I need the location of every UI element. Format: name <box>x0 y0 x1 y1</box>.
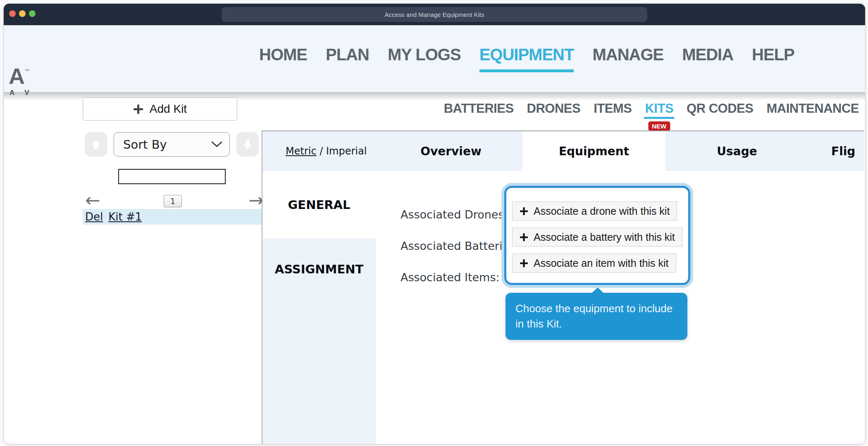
add-kit-button[interactable]: Add Kit <box>83 97 237 121</box>
assignment-label: ASSIGNMENT <box>275 262 364 276</box>
plus-icon <box>520 233 528 242</box>
units-toggle: Metric / Imperial <box>262 131 379 171</box>
kit-list-item[interactable]: Del Kit #1 <box>83 209 262 225</box>
brand-logo[interactable]: A™ A V <box>9 65 33 96</box>
app-header: A™ A V HOME PLAN MY LOGS EQUIPMENT MANAG… <box>4 25 865 92</box>
close-window-button[interactable] <box>9 10 16 17</box>
tab-flights-clipped[interactable]: Flig <box>808 131 864 171</box>
logo-subtext: A V <box>10 89 33 96</box>
nav-item-equipment[interactable]: EQUIPMENT <box>479 45 574 72</box>
plus-icon <box>133 104 143 114</box>
pagination-next-arrow[interactable]: → <box>248 192 264 209</box>
subnav-item-kits-label: KITS <box>645 101 673 116</box>
imperial-label: Imperial <box>326 145 367 157</box>
pagination-prev-arrow[interactable]: ← <box>85 192 100 209</box>
screenshot-root: Access and Manage Equipment Kits A™ A V … <box>0 0 868 446</box>
metric-link[interactable]: Metric <box>286 145 317 157</box>
sort-descending-button[interactable] <box>236 132 259 157</box>
kit-equipment-tooltip: Choose the equipment to include in this … <box>506 293 687 340</box>
nav-item-plan[interactable]: PLAN <box>326 45 369 72</box>
chevron-down-icon <box>211 141 222 148</box>
minimize-window-button[interactable] <box>19 10 26 17</box>
nav-item-my-logs[interactable]: MY LOGS <box>388 45 461 72</box>
associate-item-button[interactable]: Associate an item with this kit <box>512 254 676 273</box>
associate-drone-label: Associate a drone with this kit <box>534 205 670 217</box>
tab-equipment[interactable]: Equipment <box>522 131 665 171</box>
logo-letter: A <box>9 64 25 88</box>
tooltip-text: Choose the equipment to include in this … <box>515 302 672 330</box>
nav-item-manage[interactable]: MANAGE <box>592 45 663 72</box>
kit-tab-strip: Metric / Imperial Overview Equipment Usa… <box>262 130 864 171</box>
plus-icon <box>520 207 528 216</box>
equipment-subnav: BATTERIES DRONES ITEMS KITS NEW QR CODES… <box>444 101 859 116</box>
subnav-item-qr-codes[interactable]: QR CODES <box>687 101 753 116</box>
associate-drone-button[interactable]: Associate a drone with this kit <box>512 202 677 221</box>
sort-ascending-button[interactable] <box>85 132 107 157</box>
section-nav-assignment[interactable]: ASSIGNMENT <box>262 238 376 444</box>
subnav-item-drones[interactable]: DRONES <box>527 101 581 116</box>
zoom-window-button[interactable] <box>29 10 36 17</box>
subnav-item-items[interactable]: ITEMS <box>594 101 632 116</box>
tab-overview[interactable]: Overview <box>379 131 522 171</box>
nav-item-media[interactable]: MEDIA <box>682 45 733 72</box>
nav-item-help[interactable]: HELP <box>752 45 794 72</box>
nav-item-home[interactable]: HOME <box>259 45 307 72</box>
associate-battery-button[interactable]: Associate a battery with this kit <box>512 228 682 247</box>
units-separator: / <box>317 145 326 157</box>
kit-filter-input[interactable] <box>118 169 226 184</box>
active-tab-underline <box>644 117 674 119</box>
window-title: Access and Manage Equipment Kits <box>222 7 647 22</box>
tab-usage[interactable]: Usage <box>665 131 808 171</box>
kit-delete-link[interactable]: Del <box>85 211 103 223</box>
sort-by-value: Sort By <box>123 138 167 152</box>
associate-item-label: Associate an item with this kit <box>534 257 669 269</box>
pagination-page-button[interactable]: 1 <box>164 195 182 207</box>
kit-name-link[interactable]: Kit #1 <box>108 211 142 223</box>
section-nav-general[interactable]: GENERAL <box>262 171 376 238</box>
subnav-item-maintenance[interactable]: MAINTENANCE <box>766 101 859 116</box>
associated-drones-label: Associated Drones: <box>401 207 508 223</box>
add-kit-label: Add Kit <box>150 102 187 116</box>
subnav-item-batteries[interactable]: BATTERIES <box>444 101 514 116</box>
browser-window: Access and Manage Equipment Kits A™ A V … <box>3 3 866 444</box>
sort-by-select[interactable]: Sort By <box>114 132 230 157</box>
arrow-up-icon <box>90 138 102 151</box>
subnav-item-kits[interactable]: KITS NEW <box>645 101 673 116</box>
associate-battery-label: Associate a battery with this kit <box>534 231 675 243</box>
main-nav: HOME PLAN MY LOGS EQUIPMENT MANAGE MEDIA… <box>259 25 794 92</box>
arrow-down-icon <box>241 138 254 151</box>
associated-batteries-label: Associated Batteries: <box>401 238 519 254</box>
associated-items-label: Associated Items: <box>401 270 500 285</box>
plus-icon <box>520 259 528 268</box>
logo-trademark: ™ <box>25 68 30 73</box>
new-badge: NEW <box>648 121 670 131</box>
window-titlebar: Access and Manage Equipment Kits <box>4 4 865 25</box>
